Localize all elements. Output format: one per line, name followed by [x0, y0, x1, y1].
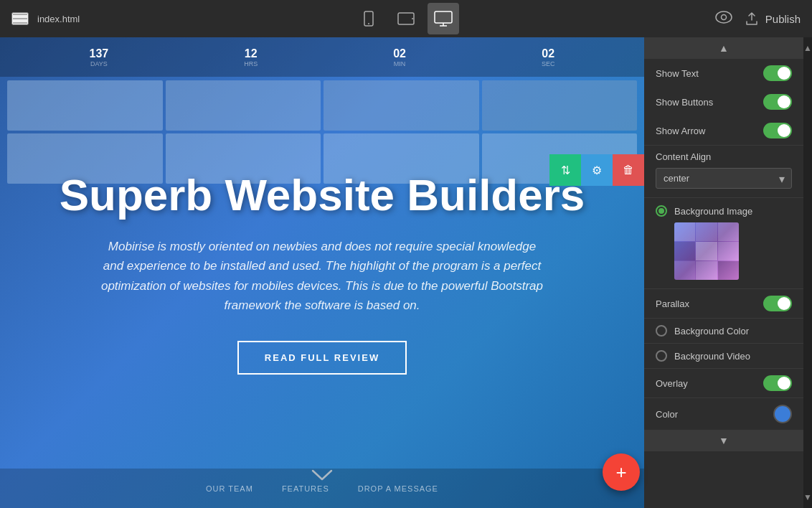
show-text-toggle[interactable]	[763, 65, 792, 81]
svg-point-5	[716, 11, 732, 23]
bg-image-label: Background Image	[674, 206, 752, 217]
bottom-item-1: OUR TEAM	[206, 484, 253, 493]
content-align-section: Content Align left center right	[644, 146, 803, 198]
bg-color-radio[interactable]	[656, 325, 667, 337]
section-toolbar: ⇅ ⚙ 🗑	[549, 154, 644, 186]
publish-label: Publish	[765, 13, 801, 25]
bottom-bar: OUR TEAM FEATURES DROP A MESSAGE	[0, 469, 644, 508]
publish-button[interactable]: Publish	[744, 11, 801, 26]
settings-section-button[interactable]: ⚙	[581, 154, 613, 186]
thumb-4	[482, 80, 638, 131]
far-right-scrollbar: ▲ ▼	[803, 37, 812, 508]
hero-title: Superb Website Builders	[42, 171, 602, 220]
hero-content: Superb Website Builders Mobirise is most…	[42, 171, 602, 375]
content-align-select[interactable]: left center right	[656, 168, 792, 189]
bg-image-radio[interactable]	[656, 205, 667, 217]
show-buttons-toggle[interactable]	[763, 94, 792, 110]
bg-image-row: Background Image	[656, 205, 792, 217]
thumb-3	[324, 80, 479, 131]
show-text-row: Show Text	[644, 59, 803, 88]
bg-thumbnail[interactable]	[674, 222, 739, 280]
topbar-right: Publish	[715, 11, 801, 27]
color-label: Color	[656, 409, 678, 420]
color-swatch[interactable]	[773, 405, 792, 423]
bottom-item-2: FEATURES	[282, 484, 329, 493]
mobile-device-button[interactable]	[353, 3, 384, 34]
menu-button[interactable]	[11, 12, 29, 25]
bg-video-row: Background Video	[644, 344, 803, 369]
svg-rect-4	[435, 11, 452, 23]
show-buttons-row: Show Buttons	[644, 88, 803, 116]
svg-point-1	[368, 23, 369, 24]
countdown-sec: 02 SEC	[542, 47, 555, 67]
content-align-label: Content Align	[656, 151, 792, 162]
bg-color-row: Background Color	[644, 319, 803, 344]
show-text-label: Show Text	[656, 68, 699, 79]
main-area: 137 DAYS 12 HRS 02 MIN 02 SEC Superb Web…	[0, 37, 812, 508]
parallax-row: Parallax	[644, 289, 803, 319]
bg-thumb-preview	[674, 222, 739, 280]
add-icon: +	[615, 461, 626, 484]
bg-thumbnails	[0, 80, 644, 184]
tablet-device-button[interactable]	[390, 3, 422, 34]
desktop-device-button[interactable]	[428, 3, 459, 34]
bg-color-label: Background Color	[674, 326, 749, 337]
trash-icon: 🗑	[623, 164, 634, 177]
device-switcher	[353, 3, 459, 34]
thumb-2	[166, 80, 321, 131]
show-buttons-label: Show Buttons	[656, 97, 713, 108]
hero-subtitle: Mobirise is mostly oriented on newbies a…	[100, 237, 544, 315]
bg-image-section: Background Image	[644, 198, 803, 289]
align-select-wrapper: left center right	[656, 168, 792, 189]
hero-cta-button[interactable]: READ FULL REVIEW	[237, 341, 407, 375]
preview-button[interactable]	[715, 11, 732, 27]
svg-point-6	[721, 14, 726, 19]
move-section-button[interactable]: ⇅	[549, 154, 581, 186]
countdown-bar: 137 DAYS 12 HRS 02 MIN 02 SEC	[0, 37, 644, 77]
svg-rect-2	[398, 13, 414, 24]
show-arrow-label: Show Arrow	[656, 126, 705, 136]
overlay-label: Overlay	[656, 378, 688, 389]
bg-video-label: Background Video	[674, 351, 750, 362]
parallax-label: Parallax	[656, 298, 689, 309]
color-row: Color	[644, 398, 803, 430]
countdown-min: 02 MIN	[393, 47, 406, 67]
add-section-fab[interactable]: +	[603, 453, 640, 491]
parallax-toggle[interactable]	[763, 296, 792, 311]
canvas: 137 DAYS 12 HRS 02 MIN 02 SEC Superb Web…	[0, 37, 644, 508]
topbar-left: index.html	[11, 12, 80, 25]
file-name: index.html	[37, 14, 80, 24]
panel-scroll-down[interactable]: ▼	[644, 430, 803, 451]
delete-section-button[interactable]: 🗑	[613, 154, 644, 186]
thumb-1	[7, 80, 163, 131]
topbar: index.html Publish	[0, 0, 812, 37]
svg-point-3	[412, 18, 413, 19]
countdown-hours: 12 HRS	[244, 47, 258, 67]
gear-icon: ⚙	[592, 164, 602, 177]
bg-video-radio[interactable]	[656, 350, 667, 362]
overlay-toggle[interactable]	[763, 375, 792, 391]
overlay-row: Overlay	[644, 369, 803, 398]
bottom-item-3: DROP A MESSAGE	[358, 484, 438, 493]
show-arrow-toggle[interactable]	[763, 123, 792, 138]
move-icon: ⇅	[561, 164, 570, 177]
right-panel: ▲ Show Text Show Buttons Show Arrow Cont…	[644, 37, 803, 508]
show-arrow-row: Show Arrow	[644, 116, 803, 145]
countdown-days: 137 DAYS	[89, 47, 108, 67]
panel-scroll-up[interactable]: ▲	[644, 37, 803, 59]
